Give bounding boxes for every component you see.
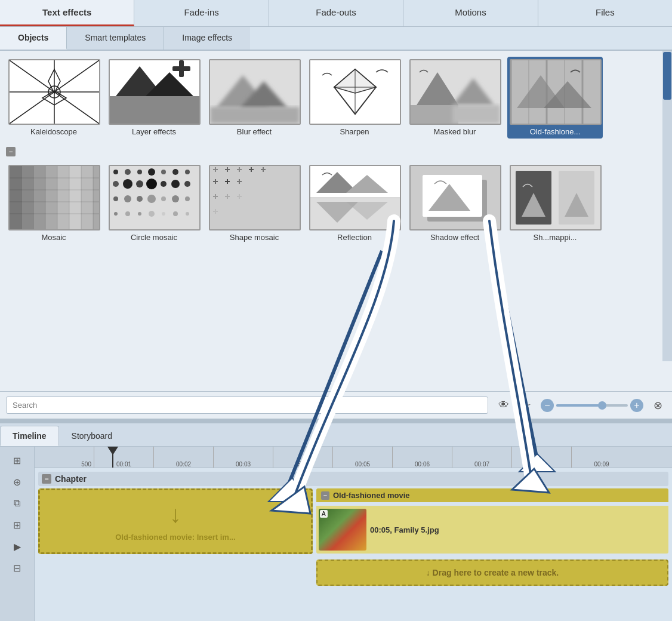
effect-label-shape-mosaic: Shape mosaic xyxy=(209,233,300,242)
svg-rect-9 xyxy=(110,96,199,124)
effect-label-circle-mosaic: Circle mosaic xyxy=(109,233,199,242)
svg-rect-101 xyxy=(239,179,240,184)
tab-image-effects[interactable]: Image effects xyxy=(164,27,250,50)
tab-fade-outs[interactable]: Fade-outs xyxy=(269,0,403,26)
tab-text-effects[interactable]: Text effects xyxy=(0,0,134,26)
tab-motions[interactable]: Motions xyxy=(403,0,538,26)
chapter-header: − Chapter xyxy=(38,472,668,486)
svg-rect-111 xyxy=(227,209,228,214)
svg-point-75 xyxy=(161,196,166,201)
panel-divider xyxy=(0,419,672,423)
effect-mosaic[interactable]: Mosaic xyxy=(6,162,101,244)
slider-track[interactable] xyxy=(556,404,628,407)
svg-rect-109 xyxy=(215,209,216,214)
tab-files[interactable]: Files xyxy=(538,0,672,26)
tab-timeline[interactable]: Timeline xyxy=(0,426,59,446)
left-toolbar: ⊞ ⊕ ⧉ ⊞ ▶ ⊟ xyxy=(0,447,35,621)
svg-point-79 xyxy=(125,211,130,216)
slider-minus-btn[interactable]: − xyxy=(541,399,554,412)
effect-thumb-layer xyxy=(109,59,201,125)
track-group-minus-btn[interactable]: − xyxy=(321,491,329,500)
svg-point-61 xyxy=(161,170,166,174)
bottom-panel: Timeline Storyboard ⊞ ⊕ ⧉ ⊞ ▶ ⊟ xyxy=(0,423,672,621)
svg-point-66 xyxy=(136,180,143,187)
svg-rect-95 xyxy=(263,167,264,172)
svg-point-77 xyxy=(185,196,190,201)
svg-rect-42 xyxy=(81,166,93,229)
group-btn[interactable]: ⊞ xyxy=(7,516,28,534)
effect-sharpen[interactable]: Sharpen xyxy=(307,57,402,139)
svg-point-72 xyxy=(124,195,131,202)
playhead-triangle xyxy=(107,447,118,455)
effect-thumb-mosaic xyxy=(8,165,100,230)
scrollbar-thumb xyxy=(663,52,671,100)
star-icon[interactable]: ☆ xyxy=(518,397,535,414)
svg-rect-87 xyxy=(215,167,216,172)
effect-thumb-shadow xyxy=(409,165,501,230)
chapter-minus-btn[interactable]: − xyxy=(42,474,51,484)
effect-shape-mosaic[interactable]: Shape mosaic xyxy=(206,162,302,244)
drag-here-area[interactable]: ↓ Drag here to create a new track. xyxy=(316,559,668,586)
tracks-area: − Chapter ↓ Old-fashioned movie: Insert … xyxy=(35,468,672,621)
tab-storyboard[interactable]: Storyboard xyxy=(59,426,125,446)
effect-kaleidoscope[interactable]: Kaleidoscope xyxy=(6,57,101,139)
effect-label-mosaic: Mosaic xyxy=(8,233,99,242)
scrollbar[interactable] xyxy=(662,51,672,361)
effect-masked-blur[interactable]: Masked blur xyxy=(407,57,503,139)
track-group-label: Old-fashioned movie xyxy=(333,491,410,500)
effect-label-shadow: Shadow effect xyxy=(409,233,500,242)
eye-icon[interactable]: 👁 xyxy=(495,397,512,414)
zoom-icon[interactable]: ⊗ xyxy=(649,397,666,414)
grid-icon-btn[interactable]: ⊞ xyxy=(7,451,28,469)
add-track-btn[interactable]: ⊕ xyxy=(7,473,28,491)
svg-rect-85 xyxy=(210,166,300,229)
effect-label-shadow-mapping: Sh...mappi... xyxy=(510,233,600,242)
right-track-group: − Old-fashioned movie A 00:05, Family 5.… xyxy=(316,488,668,586)
tab-fade-ins[interactable]: Fade-ins xyxy=(134,0,269,26)
slider-plus-btn[interactable]: + xyxy=(630,399,643,412)
drag-here-text: ↓ Drag here to create a new track. xyxy=(426,568,559,577)
svg-point-73 xyxy=(137,196,143,202)
timeline-tabs: Timeline Storyboard xyxy=(0,423,672,447)
svg-point-65 xyxy=(123,179,132,189)
second-tabs: Objects Smart templates Image effects xyxy=(0,27,672,51)
svg-point-81 xyxy=(149,211,155,217)
svg-point-58 xyxy=(125,169,131,175)
effect-reflection[interactable]: Reflection xyxy=(307,162,402,244)
effect-old-fashioned[interactable]: Old-fashione... xyxy=(507,57,603,139)
link-btn[interactable]: ⧉ xyxy=(7,494,28,512)
svg-point-71 xyxy=(113,196,118,201)
chapter-label: Chapter xyxy=(55,474,87,484)
svg-rect-37 xyxy=(21,166,33,229)
tab-smart-templates[interactable]: Smart templates xyxy=(67,27,164,50)
svg-rect-43 xyxy=(93,166,99,229)
effect-thumb-shape-mosaic xyxy=(209,165,301,230)
effect-label-layer: Layer effects xyxy=(109,127,199,136)
row-minus-btn[interactable]: − xyxy=(6,147,16,156)
svg-point-69 xyxy=(171,180,180,188)
effect-shadow-mapping[interactable]: Sh...mappi... xyxy=(507,162,603,244)
effect-thumb-kaleidoscope xyxy=(8,59,100,125)
app-container: Text effects Fade-ins Fade-outs Motions … xyxy=(0,0,672,621)
track-file-info: 00:05, Family 5.jpg xyxy=(370,525,439,534)
track-placeholder[interactable]: ↓ Old-fashioned movie: Insert im... xyxy=(38,488,313,554)
timeline-main: 500 00:01 00:02 00:03 500 xyxy=(35,447,672,621)
track-group-header: − Old-fashioned movie xyxy=(316,488,668,502)
effect-layer[interactable]: Layer effects xyxy=(106,57,202,139)
svg-rect-107 xyxy=(239,194,240,199)
svg-point-83 xyxy=(173,211,178,216)
effect-shadow[interactable]: Shadow effect xyxy=(407,162,503,244)
effect-label-sharpen: Sharpen xyxy=(309,127,400,136)
slider-handle[interactable] xyxy=(598,401,606,410)
tab-objects[interactable]: Objects xyxy=(0,27,67,50)
effect-circle-mosaic[interactable]: Circle mosaic xyxy=(106,162,202,244)
effect-blur[interactable]: Blur effect xyxy=(206,57,302,139)
ungroup-btn[interactable]: ⊟ xyxy=(7,559,28,577)
track-row: ↓ Old-fashioned movie: Insert im... − Ol… xyxy=(38,488,668,586)
svg-point-76 xyxy=(172,195,179,202)
search-bar: 👁 ☆ − + ⊗ xyxy=(0,391,672,419)
search-input[interactable] xyxy=(6,396,488,414)
svg-rect-89 xyxy=(227,167,228,172)
svg-point-60 xyxy=(148,168,155,176)
play-btn[interactable]: ▶ xyxy=(7,537,28,555)
